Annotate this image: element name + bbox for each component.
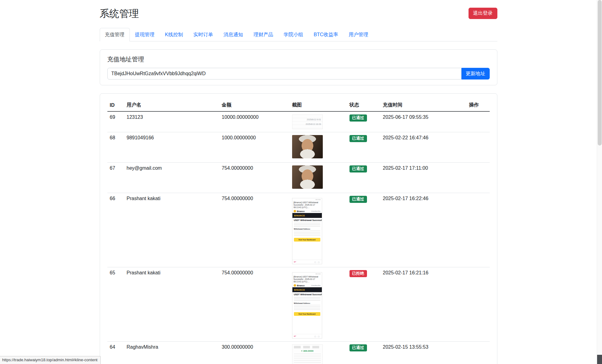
cell-amount: 754.00000000 (219, 267, 290, 342)
column-header-3: 截图 (290, 99, 347, 111)
column-header-5: 充值时间 (380, 99, 467, 111)
cell-status: 已通过 (347, 132, 380, 163)
tab-wealth-products[interactable]: 理财产品 (248, 28, 278, 41)
screenshot-thumbnail[interactable]: 2025/6/13 9:01 2025/6/13 16:09 [Binance]… (292, 114, 323, 129)
cell-status: 已通过 (347, 163, 380, 193)
browser-viewport: 系统管理 退出登录 充值管理提现管理K线控制实时订单消息通知理财产品学院小组BT… (0, 0, 597, 364)
cell-action (467, 193, 490, 267)
cell-amount: 300.00000000 (219, 342, 290, 364)
cell-id: 64 (107, 342, 124, 364)
status-bar: https://trade.haiwaiym18.top/admin.html#… (0, 356, 101, 364)
cell-username: Prashant kakati (124, 267, 219, 342)
footer-icons: ▢ ▢ (314, 261, 320, 263)
deposit-table: ID用户名金额截图状态充值时间操作 69 123123 10000.000000… (107, 99, 490, 364)
cell-username: 123123 (124, 111, 219, 132)
screenshot-thumbnail[interactable]: 2025/6/13 9:01 2025/6/13 16:09 [Binance]… (292, 344, 323, 364)
cell-screenshot: 2025/6/13 9:01 2025/6/13 16:09 [Binance]… (290, 342, 347, 364)
cell-action (467, 132, 490, 163)
cell-username: RaghavMishra (124, 342, 219, 364)
screenshot-thumbnail[interactable]: 2025/6/13 9:01 2025/6/13 16:09 [Binance]… (292, 272, 322, 339)
cell-id: 67 (107, 163, 124, 193)
cell-username: Prashant kakati (124, 193, 219, 267)
cell-amount: 754.00000000 (219, 193, 290, 267)
status-badge: 已通过 (349, 196, 367, 203)
screenshot-thumbnail[interactable]: 2025/6/13 9:01 2025/6/13 16:09 [Binance]… (292, 135, 323, 158)
column-header-4: 状态 (347, 99, 380, 111)
page-header: 系统管理 退出登录 (100, 8, 497, 19)
tab-kline[interactable]: K线控制 (160, 28, 188, 41)
status-badge: 已通过 (349, 344, 367, 351)
cell-screenshot: 2025/6/13 9:01 2025/6/13 16:09 [Binance]… (290, 193, 347, 267)
photo-screenshot-image (292, 165, 323, 189)
cell-time: 2025-06-17 09:55:35 (380, 111, 467, 132)
receipt-screenshot-image: 2025/6/13 9:01 2025/6/13 16:09 (292, 114, 323, 129)
cell-screenshot: 2025/6/13 9:01 2025/6/13 16:09 [Binance]… (290, 132, 347, 163)
cell-screenshot: 2025/6/13 9:01 2025/6/13 16:09 [Binance]… (290, 267, 347, 342)
receipt-partial-screenshot-image: + 300.0000 (292, 344, 323, 364)
cell-amount: 1000.00000000 (219, 132, 290, 163)
deposit-table-body: 69 123123 10000.00000000 2025/6/13 9:01 … (107, 111, 490, 364)
tab-btc-yield[interactable]: BTC收益率 (308, 28, 343, 41)
cell-action (467, 163, 490, 193)
column-header-1: 用户名 (124, 99, 219, 111)
reply-icon: ↩ (294, 261, 296, 263)
binance-logo-icon (294, 284, 296, 287)
update-address-button[interactable]: 更新地址 (461, 68, 490, 79)
cell-screenshot: 2025/6/13 9:01 2025/6/13 16:09 [Binance]… (290, 111, 347, 132)
table-row: 65 Prashant kakati 754.00000000 2025/6/1… (107, 267, 490, 342)
cell-status: 已通过 (347, 111, 380, 132)
cell-time: 2025-02-15 13:55:53 (380, 342, 467, 364)
status-badge: 已拒绝 (349, 270, 367, 277)
deposit-table-card: ID用户名金额截图状态充值时间操作 69 123123 10000.000000… (100, 93, 497, 364)
tab-bar: 充值管理提现管理K线控制实时订单消息通知理财产品学院小组BTC收益率用户管理 (100, 28, 497, 41)
cell-id: 65 (107, 267, 124, 342)
logout-button[interactable]: 退出登录 (469, 8, 497, 19)
screenshot-thumbnail[interactable]: 2025/6/13 9:01 2025/6/13 16:09 [Binance]… (292, 165, 323, 189)
status-badge: 已通过 (349, 135, 367, 142)
reply-icon: ↩ (294, 335, 296, 338)
tab-users[interactable]: 用户管理 (343, 28, 373, 41)
table-row: 66 Prashant kakati 754.00000000 2025/6/1… (107, 193, 490, 267)
tab-live-orders[interactable]: 实时订单 (188, 28, 218, 41)
cell-username: 9891049166 (124, 132, 219, 163)
table-row: 67 hey@gmail.com 754.00000000 2025/6/13 … (107, 163, 490, 193)
status-badge: 已通过 (349, 165, 367, 172)
column-header-6: 操作 (467, 99, 490, 111)
cell-id: 66 (107, 193, 124, 267)
cell-status: 已拒绝 (347, 267, 380, 342)
status-dots-icon (319, 199, 320, 200)
cell-time: 2025-02-17 16:22:46 (380, 193, 467, 267)
cell-action (467, 267, 490, 342)
table-header-row: ID用户名金额截图状态充值时间操作 (107, 99, 490, 111)
vertical-scrollbar[interactable] (597, 0, 602, 364)
cell-action (467, 111, 490, 132)
screenshot-thumbnail[interactable]: 2025/6/13 9:01 2025/6/13 16:09 [Binance]… (292, 198, 322, 264)
cell-amount: 754.00000000 (219, 163, 290, 193)
cell-time: 2025-02-22 16:47:46 (380, 132, 467, 163)
status-dots-icon (319, 273, 320, 274)
deposit-address-card: 充值地址管理 更新地址 (100, 49, 497, 85)
tab-withdraw[interactable]: 提现管理 (130, 28, 160, 41)
deposit-address-card-title: 充值地址管理 (107, 55, 490, 64)
table-row: 69 123123 10000.00000000 2025/6/13 9:01 … (107, 111, 490, 132)
table-row: 64 RaghavMishra 300.00000000 2025/6/13 9… (107, 342, 490, 364)
binance-email-screenshot-image: [Binance] USDT Withdrawal Successful - 2… (292, 198, 322, 264)
cell-id: 69 (107, 111, 124, 132)
binance-logo-icon (294, 210, 296, 212)
tab-notifications[interactable]: 消息通知 (218, 28, 248, 41)
deposit-address-input[interactable] (107, 68, 461, 79)
cell-time: 2025-02-17 16:21:16 (380, 267, 467, 342)
binance-email-screenshot-image: [Binance] USDT Withdrawal Successful - 2… (292, 272, 322, 339)
cell-action (467, 342, 490, 364)
scrollbar-thumb[interactable] (598, 0, 602, 145)
photo-screenshot-image (292, 135, 323, 158)
cell-amount: 10000.00000000 (219, 111, 290, 132)
table-row: 68 9891049166 1000.00000000 2025/6/13 9:… (107, 132, 490, 163)
cell-id: 68 (107, 132, 124, 163)
footer-icons: ▢ ▢ (314, 335, 320, 337)
status-bar-url: https://trade.haiwaiym18.top/admin.html#… (2, 358, 98, 362)
cell-screenshot: 2025/6/13 9:01 2025/6/13 16:09 [Binance]… (290, 163, 347, 193)
tab-deposit[interactable]: 充值管理 (100, 28, 130, 41)
status-badge: 已通过 (349, 114, 367, 121)
tab-academy-group[interactable]: 学院小组 (278, 28, 308, 41)
